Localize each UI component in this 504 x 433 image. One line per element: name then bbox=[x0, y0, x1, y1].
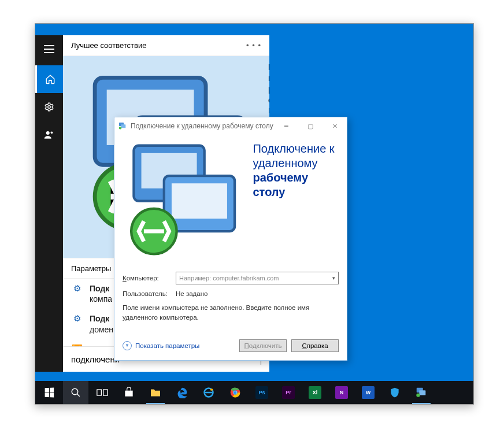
parameters-label: Параметры bbox=[71, 264, 111, 273]
chrome-icon bbox=[229, 387, 241, 398]
settings-item-icon: ⚙ bbox=[71, 283, 83, 294]
edge-icon bbox=[176, 387, 188, 398]
edge-taskbar-button[interactable] bbox=[169, 381, 195, 404]
dialog-header-text: Подключение к удаленному рабочему столу bbox=[253, 142, 338, 261]
word-icon: W bbox=[362, 386, 375, 399]
best-match-label: Лучшее соответствие bbox=[71, 41, 146, 50]
dropdown-arrow-icon: ▾ bbox=[332, 275, 335, 281]
svg-point-2 bbox=[51, 131, 53, 134]
task-view-button[interactable] bbox=[90, 381, 115, 404]
explorer-taskbar-button[interactable] bbox=[143, 381, 168, 404]
more-options-button[interactable]: • • • bbox=[246, 41, 261, 50]
svg-rect-17 bbox=[97, 390, 102, 395]
show-options-link[interactable]: ▼ Показать параметры bbox=[123, 341, 199, 350]
close-button[interactable]: ✕ bbox=[323, 117, 347, 135]
people-button[interactable] bbox=[35, 121, 63, 149]
ie-taskbar-button[interactable] bbox=[196, 381, 221, 404]
ps-icon: Ps bbox=[255, 386, 268, 399]
rdc-large-icon bbox=[124, 140, 244, 261]
gear-icon bbox=[44, 102, 54, 112]
show-options-text: Показать параметры bbox=[135, 342, 199, 349]
svg-point-24 bbox=[234, 391, 237, 394]
computer-label: Компьютер: bbox=[123, 275, 170, 282]
search-icon bbox=[71, 387, 81, 398]
task-view-icon bbox=[97, 388, 108, 397]
store-taskbar-button[interactable] bbox=[116, 381, 142, 404]
svg-rect-9 bbox=[121, 124, 125, 128]
minimize-button[interactable]: ━ bbox=[274, 117, 298, 135]
connect-button[interactable]: Подключить bbox=[239, 339, 287, 352]
shield-icon bbox=[389, 387, 401, 398]
svg-point-27 bbox=[416, 393, 420, 397]
rdc-taskbar-button[interactable] bbox=[409, 381, 434, 404]
svg-point-16 bbox=[72, 388, 78, 395]
house-icon bbox=[45, 74, 55, 84]
dialog-titlebar[interactable]: Подключение к удаленному рабочему столу … bbox=[114, 117, 347, 135]
person-icon bbox=[44, 129, 54, 140]
excel-taskbar-button[interactable]: Xl bbox=[302, 381, 328, 404]
windows-logo-icon bbox=[45, 388, 54, 398]
onenote-taskbar-button[interactable]: N bbox=[329, 381, 354, 404]
settings-button[interactable] bbox=[35, 93, 63, 121]
security-taskbar-button[interactable] bbox=[382, 381, 407, 404]
rdc-icon bbox=[118, 121, 127, 131]
start-sidebar bbox=[35, 35, 63, 372]
store-icon bbox=[123, 387, 135, 398]
svg-point-1 bbox=[46, 131, 50, 135]
chrome-taskbar-button[interactable] bbox=[223, 381, 248, 404]
settings-item-icon: ⚙ bbox=[71, 313, 83, 324]
settings-item-text: Подкдомен bbox=[90, 313, 113, 334]
svg-rect-14 bbox=[172, 183, 227, 219]
svg-rect-18 bbox=[103, 390, 108, 395]
svg-point-20 bbox=[210, 388, 213, 390]
word-taskbar-button[interactable]: W bbox=[355, 381, 381, 404]
photoshop-taskbar-button[interactable]: Ps bbox=[249, 381, 275, 404]
premiere-taskbar-button[interactable]: Pr bbox=[276, 381, 301, 404]
user-label: Пользователь: bbox=[123, 290, 170, 297]
hamburger-button[interactable] bbox=[35, 35, 63, 63]
rdc-icon bbox=[415, 386, 428, 399]
start-button[interactable] bbox=[36, 381, 62, 404]
best-match-header: Лучшее соответствие • • • bbox=[63, 35, 269, 56]
help-button[interactable]: Справка bbox=[291, 339, 339, 352]
svg-point-10 bbox=[119, 127, 122, 129]
hamburger-icon bbox=[44, 45, 54, 53]
rdc-dialog: Подключение к удаленному рабочему столу … bbox=[114, 117, 347, 361]
computer-combobox[interactable]: Например: computer.fabrikam.com ▾ bbox=[176, 272, 339, 284]
onenote-icon: N bbox=[335, 386, 348, 399]
user-value: Не задано bbox=[176, 290, 207, 297]
dialog-info-text: Поле имени компьютера не заполнено. Введ… bbox=[123, 303, 339, 321]
maximize-button[interactable]: ▢ bbox=[298, 117, 323, 135]
svg-rect-26 bbox=[419, 390, 425, 395]
pr-icon: Pr bbox=[282, 386, 295, 399]
desktop-window: Лучшее соответствие • • • Подключение к … bbox=[35, 23, 474, 405]
search-button[interactable] bbox=[63, 381, 88, 404]
computer-placeholder: Например: computer.fabrikam.com bbox=[179, 275, 332, 282]
home-button[interactable] bbox=[35, 65, 63, 93]
excel-icon: Xl bbox=[309, 386, 321, 399]
taskbar: Ps Pr Xl N W bbox=[35, 381, 473, 404]
svg-point-0 bbox=[48, 106, 51, 109]
dialog-title: Подключение к удаленному рабочему столу bbox=[131, 122, 274, 130]
best-match-title: Подключение к удаленному рабочему столу bbox=[268, 62, 269, 106]
settings-item-text: Подккомпа bbox=[90, 283, 112, 304]
folder-icon bbox=[150, 388, 161, 397]
ie-icon bbox=[203, 387, 214, 398]
expand-icon: ▼ bbox=[123, 341, 132, 350]
